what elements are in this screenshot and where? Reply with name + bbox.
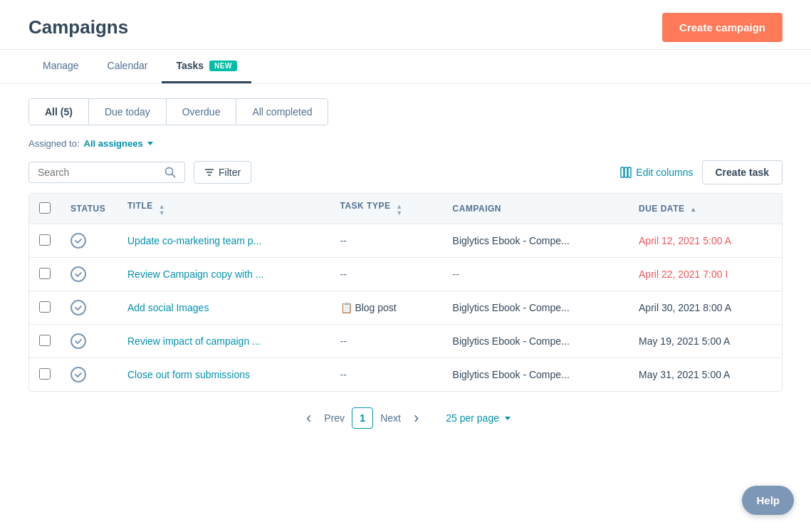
tab-manage[interactable]: Manage: [28, 50, 93, 83]
prev-label: Prev: [324, 412, 345, 424]
row-task-type-cell: --: [330, 325, 443, 358]
chevron-down-icon: [147, 142, 153, 145]
status-icon-0[interactable]: [70, 233, 86, 249]
toolbar: Filter Edit columns Create task: [28, 160, 783, 184]
status-icon-1[interactable]: [70, 266, 86, 282]
th-task-type[interactable]: TASK TYPE ▲▼: [330, 194, 443, 224]
status-icon-4[interactable]: [70, 367, 86, 382]
row-checkbox-0[interactable]: [39, 234, 51, 246]
create-campaign-button[interactable]: Create campaign: [662, 13, 783, 42]
tab-tasks[interactable]: Tasks NEW: [162, 50, 251, 83]
title-sort-icon: ▲▼: [159, 204, 165, 217]
filter-tab-all-completed[interactable]: All completed: [236, 99, 328, 125]
campaign-value: Biglytics Ebook - Compe...: [453, 369, 570, 380]
per-page-chevron-icon: [505, 417, 511, 420]
row-status-cell: [61, 224, 117, 258]
row-campaign-cell: Biglytics Ebook - Compe...: [443, 358, 629, 392]
svg-line-1: [172, 174, 175, 177]
search-box: [28, 162, 185, 183]
row-checkbox-cell: [29, 325, 61, 358]
task-title-link-2[interactable]: Add social Images: [127, 302, 209, 313]
task-type-value: --: [340, 335, 347, 347]
row-checkbox-1[interactable]: [39, 268, 51, 279]
table-row: Review Campaign copy with ... -- -- Apri…: [29, 258, 782, 291]
row-task-type-cell: --: [330, 224, 443, 258]
task-title-link-1[interactable]: Review Campaign copy with ...: [127, 268, 263, 280]
task-type-value: --: [340, 268, 347, 280]
row-campaign-cell: Biglytics Ebook - Compe...: [443, 224, 629, 258]
tasks-table-wrap: STATUS TITLE ▲▼ TASK TYPE ▲▼ CAMPAIGN: [28, 193, 783, 392]
create-task-button[interactable]: Create task: [702, 160, 783, 184]
table-row: Close out form submissions -- Biglytics …: [29, 358, 782, 392]
task-title-link-4[interactable]: Close out form submissions: [127, 369, 250, 380]
svg-rect-7: [628, 167, 631, 177]
filter-tab-overdue[interactable]: Overdue: [167, 99, 237, 125]
campaign-value: Biglytics Ebook - Compe...: [453, 235, 570, 246]
table-row: Update co-marketing team p... -- Biglyti…: [29, 224, 782, 258]
row-status-cell: [61, 358, 117, 392]
task-title-link-3[interactable]: Review impact of campaign ...: [127, 335, 261, 347]
row-title-cell: Review Campaign copy with ...: [117, 258, 330, 291]
campaign-value: Biglytics Ebook - Compe...: [453, 335, 570, 347]
task-type-value: --: [340, 235, 347, 246]
filter-tab-all[interactable]: All (5): [29, 99, 89, 125]
status-icon-2[interactable]: [70, 300, 86, 315]
tab-calendar[interactable]: Calendar: [93, 50, 162, 83]
due-date-sort-icon: ▲: [690, 207, 696, 213]
per-page-dropdown[interactable]: 25 per page: [446, 412, 511, 424]
row-title-cell: Close out form submissions: [117, 358, 330, 392]
row-campaign-cell: Biglytics Ebook - Compe...: [443, 291, 629, 325]
svg-rect-5: [621, 167, 624, 177]
row-status-cell: [61, 291, 117, 325]
edit-columns-button[interactable]: Edit columns: [620, 167, 693, 178]
row-task-type-cell: --: [330, 258, 443, 291]
th-due-date[interactable]: DUE DATE ▲: [629, 194, 782, 224]
svg-rect-6: [624, 167, 627, 177]
row-checkbox-2[interactable]: [39, 301, 51, 313]
th-status: STATUS: [61, 194, 117, 224]
row-task-type-cell: 📋 Blog post: [330, 291, 443, 325]
page-title: Campaigns: [28, 16, 128, 38]
table-row: Review impact of campaign ... -- Biglyti…: [29, 325, 782, 358]
row-campaign-cell: --: [443, 258, 629, 291]
campaign-value: --: [453, 268, 459, 280]
search-input[interactable]: [38, 167, 159, 178]
main-nav: Manage Calendar Tasks NEW: [0, 50, 811, 84]
row-campaign-cell: Biglytics Ebook - Compe...: [443, 325, 629, 358]
filter-tab-due-today[interactable]: Due today: [89, 99, 167, 125]
toolbar-right: Edit columns Create task: [620, 160, 783, 184]
row-checkbox-cell: [29, 258, 61, 291]
row-due-date-cell: May 19, 2021 5:00 A: [629, 325, 782, 358]
row-checkbox-4[interactable]: [39, 368, 51, 380]
table-row: Add social Images 📋 Blog post Biglytics …: [29, 291, 782, 325]
next-label: Next: [380, 412, 401, 424]
th-title[interactable]: TITLE ▲▼: [117, 194, 330, 224]
select-all-checkbox[interactable]: [39, 202, 51, 214]
current-page: 1: [352, 407, 373, 429]
row-due-date-cell: April 22, 2021 7:00 I: [629, 258, 782, 291]
filter-button[interactable]: Filter: [194, 161, 251, 184]
toolbar-left: Filter: [28, 161, 251, 184]
content-area: All (5) Due today Overdue All completed …: [0, 84, 811, 444]
assigned-bar: Assigned to: All assignees: [28, 138, 783, 149]
row-status-cell: [61, 325, 117, 358]
row-status-cell: [61, 258, 117, 291]
filter-tabs: All (5) Due today Overdue All completed: [28, 98, 328, 125]
search-icon: [164, 167, 176, 178]
row-due-date-cell: April 12, 2021 5:00 A: [629, 224, 782, 258]
tasks-table: STATUS TITLE ▲▼ TASK TYPE ▲▼ CAMPAIGN: [29, 194, 782, 391]
task-type-value: --: [340, 369, 347, 380]
pagination: ‹ Prev 1 Next › 25 per page: [28, 406, 783, 430]
row-title-cell: Add social Images: [117, 291, 330, 325]
new-badge: NEW: [209, 61, 237, 71]
prev-button[interactable]: ‹: [300, 406, 317, 430]
status-icon-3[interactable]: [70, 333, 86, 349]
row-checkbox-3[interactable]: [39, 335, 51, 346]
row-due-date-cell: May 31, 2021 5:00 A: [629, 358, 782, 392]
next-button[interactable]: ›: [408, 406, 424, 430]
row-title-cell: Update co-marketing team p...: [117, 224, 330, 258]
task-title-link-0[interactable]: Update co-marketing team p...: [127, 235, 261, 246]
assignees-dropdown[interactable]: All assignees: [84, 138, 153, 149]
row-checkbox-cell: [29, 291, 61, 325]
campaign-value: Biglytics Ebook - Compe...: [453, 302, 570, 313]
